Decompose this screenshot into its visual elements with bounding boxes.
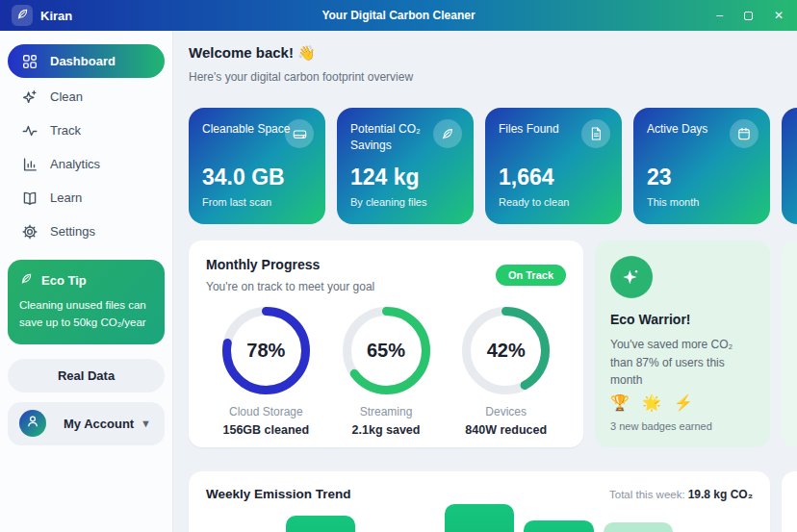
sidebar-item-settings[interactable]: Settings [8,215,165,248]
my-account-label: My Account [64,417,134,431]
status-badge: On Track [496,265,566,286]
bar-day-2 [286,516,356,532]
donut-label: Devices [485,405,527,418]
leaf-icon [15,7,30,25]
sidebar-item-label: Track [50,123,81,138]
eco-tip-text: Cleaning unused files can save up to 50k… [19,296,153,332]
stat-card-partial [782,108,797,224]
stats-row: Cleanable Space 34.0 GB From last scan P… [189,108,797,224]
donut-percent: 65% [341,305,432,396]
titlebar: Kiran Your Digital Carbon Cleaner – ✕ [0,0,797,31]
stat-label: Active Days [647,121,735,156]
stat-card-co2-savings: Potential CO₂ Savings 124 kg By cleaning… [337,108,474,224]
donut-percent: 42% [460,305,552,396]
sidebar-item-label: Clean [50,89,83,104]
eco-tip-card: Eco Tip Cleaning unused files can save u… [8,260,165,344]
donut-chart: 42% [460,305,552,396]
eco-warrior-card: Eco Warrior! You've saved more CO₂ than … [595,241,770,447]
avatar [19,410,46,437]
stat-card-files-found: Files Found 1,664 Ready to clean [485,108,622,224]
stat-value: 1,664 [499,165,608,190]
sparkle-badge-icon [610,256,653,298]
stat-card-cleanable-space: Cleanable Space 34.0 GB From last scan [189,108,325,224]
my-account-button[interactable]: My Account ▼ [8,402,165,445]
window-title: Your Digital Carbon Cleaner [0,9,797,22]
donut-streaming: 65% Streaming 2.1kg saved [326,305,447,437]
weekly-emission-card: Weekly Emission Trend Total this week:19… [189,471,770,532]
stat-value: 23 [647,165,757,190]
donut-chart: 65% [341,305,432,396]
monthly-progress-card: Monthly Progress You're on track to meet… [189,241,583,447]
sparkle-icon [20,88,39,106]
sidebar-item-track[interactable]: Track [8,114,165,147]
stat-sub: This month [647,196,757,208]
stat-value: 124 kg [350,165,460,190]
eco-warrior-title: Eco Warrior! [610,312,755,327]
monthly-progress-subtitle: You're on track to meet your goal [206,280,374,293]
pulse-icon [20,121,39,139]
bar-day-4 [445,504,515,532]
dashboard-grid-icon [20,52,39,70]
app-logo [12,5,33,26]
sidebar-item-clean[interactable]: Clean [8,80,165,114]
donut-label: Cloud Storage [229,405,303,418]
trophy-badge-icon: 🏆 [610,393,630,412]
eco-tip-title: Eco Tip [41,273,87,288]
sidebar-item-label: Dashboard [50,54,116,68]
file-icon [581,119,610,148]
donut-value: 2.1kg saved [352,423,421,437]
maximize-button[interactable] [744,12,753,20]
donut-label: Streaming [360,405,413,418]
page-subtitle: Here's your digital carbon footprint ove… [189,70,797,84]
bottom-row: Weekly Emission Trend Total this week:19… [189,471,797,532]
weekly-total-value: 19.8 kg CO₂ [688,488,753,501]
page-title: Welcome back! 👋 [189,44,797,62]
stat-label: Cleanable Space [202,121,291,156]
minimize-button[interactable]: – [716,10,723,21]
sidebar: Dashboard Clean Track [0,31,173,532]
sidebar-item-dashboard[interactable]: Dashboard [8,44,165,78]
weekly-bar-chart [206,509,753,532]
donut-cloud-storage: 78% Cloud Storage 156GB cleaned [206,305,326,437]
sidebar-item-label: Settings [50,224,95,239]
stat-sub: By cleaning files [350,196,460,208]
book-icon [20,189,39,207]
stat-label: Files Found [499,121,587,156]
donut-percent: 78% [220,305,312,396]
weekly-title: Weekly Emission Trend [206,487,351,501]
stat-label: Potential CO₂ Savings [350,121,439,156]
stat-card-active-days: Active Days 23 This month [633,108,770,224]
eco-warrior-text: You've saved more CO₂ than 87% of users … [610,336,755,390]
lightning-badge-icon: ⚡ [674,393,693,412]
bar-day-5 [524,520,594,532]
sidebar-item-analytics[interactable]: Analytics [8,147,165,181]
stat-value: 34.0 GB [202,165,312,190]
stat-sub: From last scan [202,196,312,208]
close-button[interactable]: ✕ [774,10,784,21]
gear-icon [20,222,39,241]
bar-day-6 [604,522,674,532]
weekly-total: Total this week:19.8 kg CO₂ [609,488,753,501]
badges-row: 🏆 🌟 ⚡ [610,393,755,412]
sidebar-item-label: Analytics [50,157,100,171]
calendar-icon [730,119,758,148]
person-icon [25,414,40,433]
donut-value: 156GB cleaned [223,423,310,437]
real-data-button[interactable]: Real Data [8,359,165,393]
middle-row: Monthly Progress You're on track to meet… [189,241,797,447]
bar-chart-icon [20,155,39,173]
app-name: Kiran [40,9,72,23]
sidebar-item-label: Learn [50,190,82,205]
star-badge-icon: 🌟 [642,393,661,412]
leaf-icon [433,119,462,148]
partial-card [782,471,797,532]
partial-card [782,241,797,447]
badges-caption: 3 new badges earned [610,420,755,432]
donut-charts: 78% Cloud Storage 156GB cleaned 65% [206,305,566,437]
donut-devices: 42% Devices 840W reduced [446,305,566,437]
donut-value: 840W reduced [465,423,547,437]
monthly-progress-title: Monthly Progress [206,257,374,272]
sidebar-item-learn[interactable]: Learn [8,181,165,215]
donut-chart: 78% [220,305,312,396]
chevron-down-icon: ▼ [141,418,151,429]
